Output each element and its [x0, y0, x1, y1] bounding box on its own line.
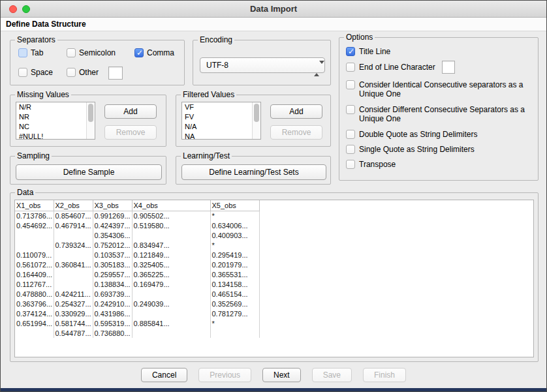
table-cell[interactable]: 0.254327...	[54, 299, 93, 309]
other-checkbox[interactable]	[67, 68, 76, 77]
list-item[interactable]: #NULL!	[16, 132, 86, 139]
table-cell[interactable]	[132, 289, 210, 299]
table-cell[interactable]: 0.834947...	[132, 240, 210, 250]
filtered-add-button[interactable]: Add	[270, 104, 322, 119]
list-item[interactable]: VF	[182, 102, 252, 112]
table-cell[interactable]: 0.885841...	[132, 318, 210, 328]
semicolon-checkbox[interactable]	[67, 48, 76, 57]
scrollbar-thumb[interactable]	[88, 104, 93, 122]
table-cell[interactable]	[54, 230, 93, 240]
comma-checkbox[interactable]	[134, 48, 144, 57]
table-cell[interactable]: 0.330929...	[54, 309, 93, 318]
table-cell[interactable]: 0.360841...	[54, 260, 93, 269]
cancel-button[interactable]: Cancel	[141, 368, 187, 382]
column-header[interactable]: X2_obs	[54, 200, 93, 211]
table-cell[interactable]: 0.693739...	[93, 289, 132, 299]
table-cell[interactable]: 0.352569...	[210, 299, 259, 309]
list-item[interactable]: FV	[182, 112, 252, 122]
table-cell[interactable]: 0.325405...	[132, 260, 210, 269]
table-cell[interactable]: 0.201979...	[210, 260, 259, 269]
filtered-values-scrollbar[interactable]	[252, 102, 260, 139]
table-cell[interactable]: 0.595319...	[93, 318, 132, 328]
table-cell[interactable]: 0.363796...	[15, 299, 54, 309]
table-cell[interactable]: 0.781279...	[210, 309, 259, 318]
tab-checkbox[interactable]	[18, 48, 27, 57]
list-item[interactable]: N/R	[16, 102, 86, 112]
table-cell[interactable]: 0.134158...	[210, 279, 259, 289]
end-of-line-checkbox[interactable]	[346, 63, 355, 72]
table-cell[interactable]	[132, 309, 210, 318]
table-cell[interactable]: 0.739324...	[54, 240, 93, 250]
encoding-select[interactable]: UTF-8	[200, 57, 325, 73]
table-cell[interactable]: 0.478880...	[15, 289, 54, 299]
next-button[interactable]: Next	[262, 368, 301, 382]
table-cell[interactable]: 0.519580...	[132, 220, 210, 230]
column-header[interactable]: X5_obs	[210, 200, 259, 211]
different-separators-checkbox[interactable]	[346, 105, 355, 114]
table-cell[interactable]	[15, 240, 54, 250]
table-cell[interactable]: 0.854607...	[54, 211, 93, 220]
table-cell[interactable]	[54, 279, 93, 289]
table-cell[interactable]: 0.905502...	[132, 211, 210, 220]
table-cell[interactable]: 0.164409...	[15, 269, 54, 279]
table-cell[interactable]: 0.467914...	[54, 220, 93, 230]
table-cell[interactable]: 0.121849...	[132, 250, 210, 260]
table-cell[interactable]	[54, 269, 93, 279]
table-cell[interactable]	[15, 328, 54, 338]
single-quote-checkbox[interactable]	[346, 145, 355, 154]
table-cell[interactable]: 0.103537...	[93, 250, 132, 260]
table-cell[interactable]: 0.138834...	[93, 279, 132, 289]
table-cell[interactable]: 0.752012...	[93, 240, 132, 250]
list-item[interactable]: NR	[16, 112, 86, 122]
table-cell[interactable]: 0.295419...	[210, 250, 259, 260]
missing-add-button[interactable]: Add	[104, 104, 157, 119]
table-cell[interactable]: 0.242910...	[93, 299, 132, 309]
table-cell[interactable]: 0.454692...	[15, 220, 54, 230]
table-cell[interactable]: *	[210, 211, 259, 220]
table-cell[interactable]: 0.110079...	[15, 250, 54, 260]
table-cell[interactable]: 0.634006...	[210, 220, 259, 230]
table-cell[interactable]: 0.736880...	[93, 328, 132, 338]
table-cell[interactable]	[54, 250, 93, 260]
table-cell[interactable]: 0.581744...	[54, 318, 93, 328]
list-item[interactable]: NC	[16, 122, 86, 132]
table-cell[interactable]: 0.713786...	[15, 211, 54, 220]
table-cell[interactable]: *	[210, 318, 259, 328]
table-cell[interactable]: 0.259557...	[93, 269, 132, 279]
table-cell[interactable]	[15, 230, 54, 240]
table-cell[interactable]: 0.424211...	[54, 289, 93, 299]
column-header[interactable]: X3_obs	[93, 200, 132, 211]
zoom-button[interactable]	[22, 5, 30, 13]
missing-values-scrollbar[interactable]	[86, 102, 95, 139]
table-cell[interactable]: 0.365531...	[210, 269, 259, 279]
end-of-line-field[interactable]	[442, 61, 455, 74]
table-cell[interactable]: 0.112767...	[15, 279, 54, 289]
filtered-values-list[interactable]: VFFVN/ANA	[181, 102, 261, 140]
list-item[interactable]: N/A	[182, 122, 252, 132]
table-cell[interactable]: 0.561072...	[15, 260, 54, 269]
table-cell[interactable]: 0.400903...	[210, 230, 259, 240]
table-cell[interactable]: 0.424397...	[93, 220, 132, 230]
define-sample-button[interactable]: Define Sample	[16, 164, 162, 180]
table-cell[interactable]: 0.465154...	[210, 289, 259, 299]
table-cell[interactable]: 0.431986...	[93, 309, 132, 318]
space-checkbox[interactable]	[18, 68, 27, 77]
table-cell[interactable]: 0.991269...	[93, 211, 132, 220]
other-separator-field[interactable]	[108, 67, 123, 80]
table-cell[interactable]: 0.544787...	[54, 328, 93, 338]
table-cell[interactable]	[132, 328, 210, 338]
scrollbar-thumb[interactable]	[254, 104, 259, 122]
identical-separators-checkbox[interactable]	[346, 80, 355, 89]
table-cell[interactable]: 0.374124...	[15, 309, 54, 318]
table-cell[interactable]: 0.305183...	[93, 260, 132, 269]
column-header[interactable]: X4_obs	[132, 200, 210, 211]
double-quote-checkbox[interactable]	[346, 130, 355, 139]
missing-values-list[interactable]: N/RNRNC#NULL!	[16, 102, 95, 140]
column-header[interactable]: X1_obs	[15, 200, 54, 211]
table-cell[interactable]: 0.365225...	[132, 269, 210, 279]
define-learning-test-sets-button[interactable]: Define Learning/Test Sets	[181, 164, 326, 180]
transpose-checkbox[interactable]	[346, 160, 355, 169]
title-line-checkbox[interactable]	[346, 47, 355, 56]
table-cell[interactable]: 0.651994...	[15, 318, 54, 328]
table-cell[interactable]: 0.249039...	[132, 299, 210, 309]
